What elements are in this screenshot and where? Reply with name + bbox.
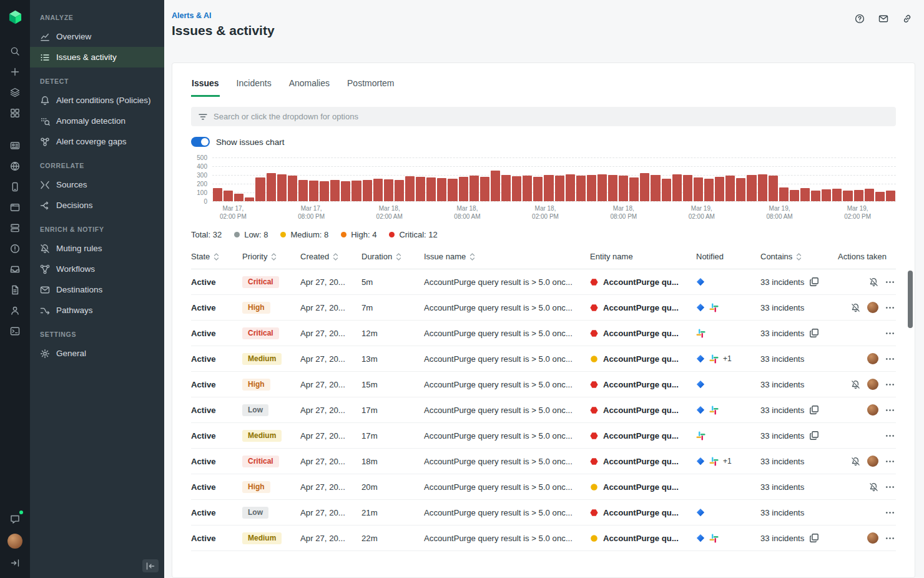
actions-cell [838, 379, 896, 390]
table-row[interactable]: ActiveHighApr 27, 20...20mAccountPurge q… [191, 474, 896, 500]
state-cell: Active [191, 329, 242, 338]
mail-button[interactable] [877, 12, 890, 26]
table-row[interactable]: ActiveHighApr 27, 20...7mAccountPurge qu… [191, 295, 896, 321]
notified-cell: +1 [696, 457, 760, 466]
table-row[interactable]: ActiveLowApr 27, 20...21mAccountPurge qu… [191, 500, 896, 526]
row-menu-button[interactable] [885, 431, 895, 441]
sidebar-item-anomaly-detection[interactable]: Anomaly detection [30, 111, 164, 131]
row-menu-button[interactable] [885, 534, 895, 543]
sidebar-item-general[interactable]: General [30, 343, 164, 364]
contains-count: 33 incidents [760, 406, 804, 415]
sidebar-item-overview[interactable]: Overview [30, 26, 164, 47]
tab-anomalies[interactable]: Anomalies [288, 76, 330, 97]
link-button[interactable] [900, 12, 914, 26]
rail-dashboards-button[interactable] [6, 137, 24, 154]
sidebar-section-label: ANALYZE [30, 4, 164, 26]
sidebar-item-alert-conditions-policies[interactable]: Alert conditions (Policies) [30, 90, 164, 111]
column-header-duration[interactable]: Duration [361, 252, 424, 261]
column-header-priority[interactable]: Priority [242, 252, 300, 261]
table-row[interactable]: ActiveCriticalApr 27, 20...12mAccountPur… [191, 321, 896, 346]
row-menu-button[interactable] [885, 303, 895, 312]
bar [747, 175, 756, 201]
rail-items [6, 42, 24, 340]
sidebar-collapse-button[interactable] [142, 559, 159, 572]
expand-icon [10, 558, 20, 568]
sidebar-item-muting-rules[interactable]: Muting rules [30, 238, 164, 259]
scrollbar-thumb[interactable] [908, 271, 913, 328]
jira-icon [696, 508, 705, 517]
sidebar-item-alert-coverge-gaps[interactable]: Alert coverge gaps [30, 131, 164, 152]
list-icon [40, 52, 50, 62]
tab-postmortem[interactable]: Postmortem [346, 76, 395, 97]
row-menu-button[interactable] [885, 406, 895, 415]
sidebar-item-destinations[interactable]: Destinations [30, 279, 164, 300]
table-row[interactable]: ActiveCriticalApr 27, 20...5mAccountPurg… [191, 269, 896, 295]
rail-search-button[interactable] [6, 42, 24, 60]
rail-terminal-button[interactable] [6, 322, 24, 340]
tab-issues[interactable]: Issues [191, 76, 220, 97]
column-header-contains[interactable]: Contains [760, 252, 838, 261]
sidebar-item-decisions[interactable]: Decisions [30, 195, 164, 216]
bar [469, 176, 479, 201]
rail-add-button[interactable] [6, 63, 24, 81]
rail-infrastructure-button[interactable] [6, 219, 24, 237]
issue-name-cell: AccountPurge query result is > 5.0 onc..… [424, 431, 590, 441]
table-row[interactable]: ActiveMediumApr 27, 20...13mAccountPurge… [191, 346, 896, 372]
contains-cell: 33 incidents [760, 277, 838, 287]
table-row[interactable]: ActiveMediumApr 27, 20...17mAccountPurge… [191, 423, 896, 449]
sidebar-item-label: Decisions [56, 201, 93, 210]
column-header-state[interactable]: State [191, 252, 242, 261]
rail-alerts-button[interactable] [6, 240, 24, 257]
sidebar-item-workflows[interactable]: Workflows [30, 259, 164, 279]
table-row[interactable]: ActiveLowApr 27, 20...17mAccountPurge qu… [191, 397, 896, 423]
table-row[interactable]: ActiveHighApr 27, 20...15mAccountPurge q… [191, 372, 896, 397]
show-issues-chart-toggle[interactable] [191, 137, 210, 147]
rail-logs-button[interactable] [6, 281, 24, 299]
rail-chat-button[interactable] [6, 511, 24, 528]
x-tick-label: Mar 19, 02:00 PM [844, 204, 871, 221]
bar [672, 174, 682, 201]
user-avatar[interactable] [7, 534, 22, 549]
table-row[interactable]: ActiveMediumApr 27, 20...22mAccountPurge… [191, 526, 896, 551]
new-relic-logo[interactable] [6, 7, 24, 26]
state-cell: Active [191, 406, 242, 415]
search-input[interactable] [214, 112, 889, 121]
rail-apps-button[interactable] [6, 104, 24, 122]
state-cell: Active [191, 482, 242, 492]
rail-synthetics-button[interactable] [6, 199, 24, 216]
rail-entity-explorer-button[interactable] [6, 84, 24, 101]
created-cell: Apr 27, 20... [300, 277, 361, 287]
priority-cell: Critical [242, 456, 300, 467]
sidebar-item-issues-activity[interactable]: Issues & activity [30, 47, 164, 67]
rail-expand-button[interactable] [6, 554, 24, 572]
help-icon [855, 14, 865, 24]
duration-cell: 12m [361, 329, 424, 338]
row-menu-button[interactable] [885, 482, 895, 492]
bar [501, 175, 511, 201]
tab-incidents[interactable]: Incidents [236, 76, 272, 97]
search-bar[interactable] [191, 107, 896, 126]
table-row[interactable]: ActiveCriticalApr 27, 20...18mAccountPur… [191, 449, 896, 474]
rail-inbox-button[interactable] [6, 261, 24, 278]
entity-name: AccountPurge qu... [603, 354, 679, 364]
x-tick-label: Mar 18, 02:00 AM [376, 204, 403, 221]
row-menu-button[interactable] [885, 354, 895, 364]
row-menu-button[interactable] [885, 329, 895, 338]
row-menu-button[interactable] [885, 457, 895, 466]
row-menu-button[interactable] [885, 508, 895, 517]
column-header-issue-name[interactable]: Issue name [424, 252, 590, 261]
rail-browser-button[interactable] [6, 157, 24, 175]
help-button[interactable] [853, 12, 867, 26]
rail-mobile-button[interactable] [6, 178, 24, 196]
row-menu-button[interactable] [885, 380, 895, 389]
bar [405, 176, 415, 201]
sidebar-item-pathways[interactable]: Pathways [30, 300, 164, 321]
row-menu-button[interactable] [885, 277, 895, 287]
breadcrumb[interactable]: Alerts & AI [172, 11, 211, 20]
bell-slash-icon [851, 380, 860, 389]
rail-support-button[interactable] [6, 302, 24, 319]
dot-warning-icon [590, 355, 598, 363]
column-header-created[interactable]: Created [300, 252, 361, 261]
sidebar-item-sources[interactable]: Sources [30, 174, 164, 195]
created-cell: Apr 27, 20... [300, 303, 361, 312]
